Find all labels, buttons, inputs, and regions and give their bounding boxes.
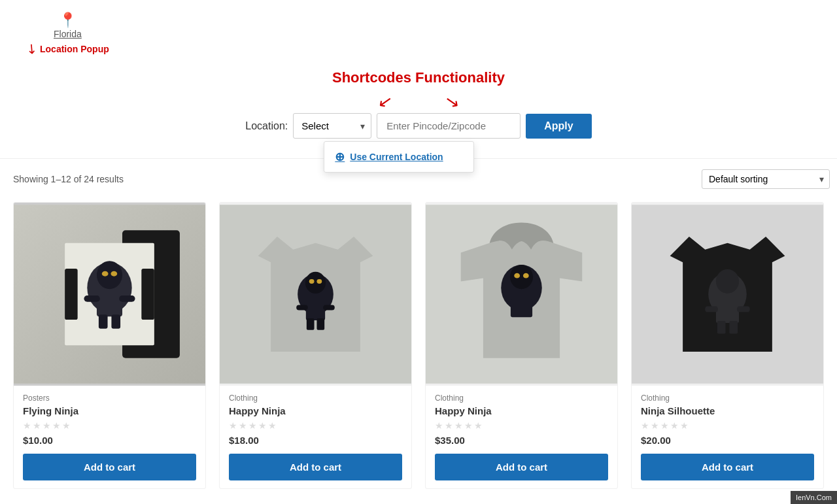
location-bar: Location: Select Florida California Texa… bbox=[245, 107, 591, 139]
star-1: ★ bbox=[229, 420, 237, 431]
svg-point-5 bbox=[102, 271, 109, 277]
apply-button[interactable]: Apply bbox=[526, 114, 591, 139]
star-1: ★ bbox=[435, 420, 443, 431]
results-count: Showing 1–12 of 24 results bbox=[13, 174, 124, 184]
location-label: Location: bbox=[245, 120, 288, 132]
product-stars: ★ ★ ★ ★ ★ bbox=[435, 420, 608, 431]
svg-rect-11 bbox=[111, 314, 120, 328]
svg-rect-24 bbox=[316, 318, 324, 330]
product-name: Happy Ninja bbox=[435, 405, 608, 416]
svg-rect-41 bbox=[729, 321, 738, 334]
svg-point-6 bbox=[111, 271, 117, 277]
svg-rect-9 bbox=[119, 295, 135, 302]
svg-rect-39 bbox=[737, 307, 750, 312]
svg-point-36 bbox=[716, 269, 739, 294]
location-popup-label: Location Popup bbox=[40, 44, 109, 54]
product-stars: ★ ★ ★ ★ ★ bbox=[641, 420, 814, 431]
star-4: ★ bbox=[52, 420, 61, 431]
svg-rect-21 bbox=[296, 305, 308, 311]
product-image bbox=[14, 203, 205, 386]
product-stars: ★ ★ ★ ★ ★ bbox=[23, 420, 196, 431]
product-image bbox=[632, 203, 823, 386]
svg-point-19 bbox=[316, 279, 322, 284]
product-price: $10.00 bbox=[23, 435, 196, 446]
product-category: Posters bbox=[23, 394, 196, 403]
add-to-cart-button[interactable]: Add to cart bbox=[641, 454, 814, 480]
star-2: ★ bbox=[651, 420, 659, 431]
product-info: Posters Flying Ninja ★ ★ ★ ★ ★ $10.00 Ad… bbox=[14, 386, 205, 488]
star-5: ★ bbox=[680, 420, 689, 431]
svg-rect-40 bbox=[717, 321, 726, 334]
star-3: ★ bbox=[43, 420, 51, 431]
svg-rect-20 bbox=[306, 304, 325, 320]
product-card: Posters Flying Ninja ★ ★ ★ ★ ★ $10.00 Ad… bbox=[13, 202, 206, 489]
add-to-cart-button[interactable]: Add to cart bbox=[435, 454, 608, 480]
star-1: ★ bbox=[23, 420, 31, 431]
svg-rect-12 bbox=[65, 269, 78, 320]
watermark: IenVn.Com bbox=[791, 491, 837, 502]
star-5: ★ bbox=[474, 420, 483, 431]
sort-wrapper: Default sorting Sort by popularity Sort … bbox=[702, 169, 824, 189]
svg-rect-7 bbox=[97, 294, 122, 316]
svg-rect-8 bbox=[84, 295, 99, 302]
star-5: ★ bbox=[268, 420, 277, 431]
svg-point-17 bbox=[305, 272, 326, 294]
product-card: Clothing Happy Ninja ★ ★ ★ ★ ★ $35.00 Ad… bbox=[425, 202, 618, 489]
product-info: Clothing Happy Ninja ★ ★ ★ ★ ★ $18.00 Ad… bbox=[220, 386, 411, 488]
product-image-svg bbox=[426, 203, 617, 386]
star-4: ★ bbox=[258, 420, 267, 431]
use-current-location-label: Use Current Location bbox=[350, 152, 443, 162]
product-stars: ★ ★ ★ ★ ★ bbox=[229, 420, 402, 431]
add-to-cart-button[interactable]: Add to cart bbox=[229, 454, 402, 480]
product-image-svg bbox=[14, 203, 205, 386]
svg-rect-13 bbox=[141, 269, 154, 320]
product-category: Clothing bbox=[435, 394, 608, 403]
sort-select[interactable]: Default sorting Sort by popularity Sort … bbox=[702, 169, 830, 189]
star-4: ★ bbox=[670, 420, 679, 431]
location-select[interactable]: Select Florida California Texas New York bbox=[293, 113, 371, 139]
products-grid: Posters Flying Ninja ★ ★ ★ ★ ★ $10.00 Ad… bbox=[0, 195, 837, 502]
svg-rect-22 bbox=[323, 305, 335, 311]
product-price: $35.00 bbox=[435, 435, 608, 446]
product-category: Clothing bbox=[641, 394, 814, 403]
product-card: Clothing Ninja Silhouette ★ ★ ★ ★ ★ $20.… bbox=[631, 202, 824, 489]
use-location-dropdown: ⊕ Use Current Location bbox=[324, 141, 474, 173]
star-3: ★ bbox=[454, 420, 463, 431]
star-2: ★ bbox=[33, 420, 41, 431]
svg-point-30 bbox=[514, 273, 520, 278]
location-pin-icon: 📍 bbox=[26, 12, 109, 29]
product-name: Flying Ninja bbox=[23, 405, 196, 416]
location-popup-area: 📍 Florida ↙ Location Popup bbox=[26, 12, 109, 56]
select-wrapper: Select Florida California Texas New York… bbox=[293, 113, 371, 139]
svg-point-18 bbox=[309, 279, 315, 284]
svg-rect-23 bbox=[307, 318, 315, 330]
svg-rect-37 bbox=[716, 305, 739, 323]
product-name: Ninja Silhouette bbox=[641, 405, 814, 416]
star-2: ★ bbox=[445, 420, 453, 431]
star-2: ★ bbox=[239, 420, 247, 431]
compass-icon: ⊕ bbox=[335, 150, 345, 164]
use-current-location-button[interactable]: ⊕ Use Current Location bbox=[324, 142, 473, 172]
product-price: $20.00 bbox=[641, 435, 814, 446]
svg-rect-32 bbox=[511, 299, 532, 317]
location-link[interactable]: Florida bbox=[26, 29, 109, 39]
star-1: ★ bbox=[641, 420, 649, 431]
svg-point-4 bbox=[97, 261, 122, 289]
shortcodes-title: Shortcodes Functionality bbox=[0, 69, 837, 86]
product-category: Clothing bbox=[229, 394, 402, 403]
star-5: ★ bbox=[62, 420, 71, 431]
product-price: $18.00 bbox=[229, 435, 402, 446]
product-card: Clothing Happy Ninja ★ ★ ★ ★ ★ $18.00 Ad… bbox=[219, 202, 412, 489]
svg-rect-38 bbox=[705, 307, 718, 312]
product-image-svg bbox=[632, 203, 823, 386]
product-image bbox=[220, 203, 411, 386]
add-to-cart-button[interactable]: Add to cart bbox=[23, 454, 196, 480]
product-info: Clothing Happy Ninja ★ ★ ★ ★ ★ $35.00 Ad… bbox=[426, 386, 617, 488]
product-info: Clothing Ninja Silhouette ★ ★ ★ ★ ★ $20.… bbox=[632, 386, 823, 488]
star-4: ★ bbox=[464, 420, 473, 431]
pincode-input[interactable] bbox=[377, 113, 521, 139]
star-3: ★ bbox=[248, 420, 257, 431]
product-image bbox=[426, 203, 617, 386]
product-image-svg bbox=[220, 203, 411, 386]
svg-point-31 bbox=[523, 273, 529, 278]
